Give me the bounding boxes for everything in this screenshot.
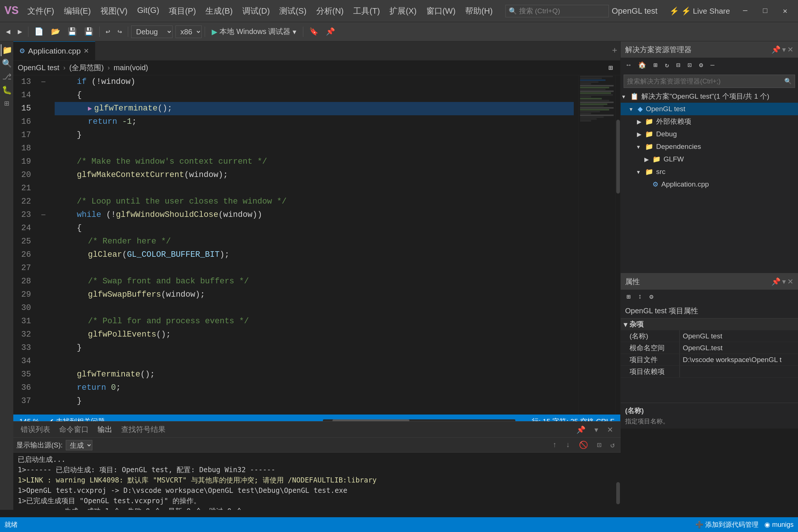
- undo-btn[interactable]: ↩: [103, 25, 113, 38]
- tree-solution[interactable]: ▾ 📋 解决方案"OpenGL test"(1 个项目/共 1 个): [621, 90, 798, 103]
- output-dropdown-btn[interactable]: ▾: [591, 424, 601, 436]
- tab-close-btn[interactable]: ✕: [83, 47, 89, 55]
- output-pin-btn[interactable]: 📌: [573, 424, 589, 436]
- prop-config-btn[interactable]: ⚙: [647, 291, 657, 302]
- output-btn3[interactable]: 🚫: [576, 439, 591, 451]
- tab-find-results[interactable]: 查找符号结果: [118, 423, 168, 436]
- sol-settings-btn[interactable]: ⚙: [696, 59, 706, 71]
- pin-btn[interactable]: 📌: [323, 25, 338, 38]
- redo-btn[interactable]: ↪: [115, 25, 125, 38]
- sol-sync-btn[interactable]: ↔: [624, 60, 634, 70]
- tree-src[interactable]: ▾ 📁 src: [621, 166, 798, 178]
- split-editor-btn[interactable]: ⊞: [606, 62, 616, 74]
- toolbar-sep1: [28, 27, 28, 37]
- menu-tools[interactable]: 工具(T): [349, 4, 384, 18]
- code-content[interactable]: if (!window) { ▶ glfwTerminate(); return…: [50, 75, 578, 415]
- live-share-button[interactable]: ⚡ ⚡ Live Share: [666, 5, 734, 17]
- menu-test[interactable]: 测试(S): [275, 4, 311, 18]
- output-close-btn[interactable]: ✕: [604, 424, 616, 436]
- project-icon: ◆: [638, 105, 643, 113]
- output-btn5[interactable]: ↺: [607, 439, 618, 451]
- tab-output[interactable]: 输出: [95, 423, 115, 436]
- forward-btn[interactable]: ▶: [15, 25, 25, 38]
- activity-debug[interactable]: 🐛: [1, 84, 13, 96]
- tab-application-cpp[interactable]: ⚙ Application.cpp ✕: [13, 41, 95, 60]
- menu-build[interactable]: 生成(B): [201, 4, 237, 18]
- dropdown-properties-icon[interactable]: ▾: [782, 277, 786, 286]
- sol-view-btn[interactable]: ⊡: [685, 59, 695, 71]
- scroll-thumb[interactable]: [616, 120, 620, 194]
- activity-explorer[interactable]: 📁: [1, 44, 13, 56]
- properties-section-title: OpenGL test 项目属性: [621, 304, 798, 318]
- save-btn[interactable]: 💾: [65, 25, 80, 38]
- prop-sort-btn[interactable]: ↕: [635, 291, 645, 302]
- activity-git[interactable]: ⎇: [1, 71, 13, 83]
- status-git[interactable]: ➕ 添加到源代码管理: [695, 520, 758, 529]
- output-scrollbar[interactable]: [615, 453, 621, 510]
- menu-analyze[interactable]: 分析(N): [312, 4, 348, 18]
- output-btn1[interactable]: ↑: [549, 439, 560, 451]
- menu-help[interactable]: 帮助(H): [461, 4, 497, 18]
- tree-debug-folder[interactable]: ▶ 📁 Debug: [621, 128, 798, 140]
- fold-btn-13[interactable]: ─: [41, 78, 47, 86]
- menu-edit[interactable]: 编辑(E): [59, 4, 95, 18]
- close-button[interactable]: ✕: [777, 4, 794, 18]
- sol-refresh-btn[interactable]: ↻: [662, 59, 672, 71]
- menu-window[interactable]: 窗口(W): [422, 4, 460, 18]
- sol-filter-btn[interactable]: ⊞: [651, 59, 661, 71]
- bookmark-btn[interactable]: 🔖: [306, 25, 321, 38]
- editor-scrollbar[interactable]: [615, 75, 620, 415]
- maximize-button[interactable]: □: [757, 4, 774, 18]
- open-btn[interactable]: 📂: [48, 25, 63, 38]
- output-scroll-thumb[interactable]: [616, 482, 620, 504]
- folder-icon-debug: 📁: [645, 130, 653, 138]
- output-line-6: ========== 生成: 成功 1 个，失败 0 个，最新 0 个，跳过 0…: [18, 506, 616, 510]
- tree-glfw[interactable]: ▶ 📁 GLFW: [621, 153, 798, 166]
- close-properties-icon[interactable]: ✕: [787, 277, 794, 286]
- prop-grid-btn[interactable]: ⊞: [624, 291, 634, 302]
- dropdown-icon[interactable]: ▾: [782, 45, 786, 54]
- tree-project[interactable]: ▾ ◆ OpenGL test: [621, 103, 798, 115]
- breadcrumb-scope[interactable]: (全局范围): [69, 63, 103, 73]
- menu-git[interactable]: Git(G): [133, 4, 164, 18]
- output-source-select[interactable]: 生成 调试: [66, 440, 92, 450]
- activity-search[interactable]: 🔍: [1, 58, 13, 69]
- new-tab-btn[interactable]: +: [609, 41, 620, 60]
- sol-more-btn[interactable]: —: [707, 60, 717, 70]
- menu-extensions[interactable]: 扩展(X): [385, 4, 421, 18]
- menu-project[interactable]: 项目(P): [164, 4, 200, 18]
- tab-command-window[interactable]: 命令窗口: [56, 423, 92, 436]
- breadcrumb-project[interactable]: OpenGL test: [18, 64, 59, 72]
- title-bar: VS 文件(F) 编辑(E) 视图(V) Git(G) 项目(P) 生成(B) …: [0, 0, 798, 22]
- activity-extensions[interactable]: ⊞: [1, 98, 13, 109]
- menu-file[interactable]: 文件(F): [23, 4, 58, 18]
- minimize-button[interactable]: ─: [737, 4, 754, 18]
- output-btn4[interactable]: ⊡: [594, 439, 604, 451]
- config-dropdown[interactable]: Debug Release: [131, 25, 173, 38]
- sol-home-btn[interactable]: 🏠: [635, 59, 649, 71]
- sol-collapse-btn[interactable]: ⊟: [673, 59, 683, 71]
- solution-search-input[interactable]: [627, 78, 782, 85]
- search-icon: 🔍: [509, 7, 517, 15]
- arch-dropdown[interactable]: x86 x64: [175, 25, 202, 38]
- code-line-36: return 0;: [55, 381, 574, 395]
- line-numbers: 13 14 15 16 17 18 19 20 21 22 23 24 25 2…: [13, 75, 40, 415]
- code-line-24: {: [55, 222, 574, 235]
- pin-properties-icon[interactable]: 📌: [771, 277, 781, 286]
- code-editor[interactable]: 13 14 15 16 17 18 19 20 21 22 23 24 25 2…: [13, 75, 620, 415]
- tree-application-cpp[interactable]: ▶ ⚙ Application.cpp: [621, 178, 798, 191]
- close-solution-icon[interactable]: ✕: [787, 45, 794, 54]
- tree-external-deps[interactable]: ▶ 📁 外部依赖项: [621, 115, 798, 128]
- tab-error-list[interactable]: 错误列表: [18, 423, 53, 436]
- output-btn2[interactable]: ↓: [563, 439, 573, 451]
- back-btn[interactable]: ◀: [3, 25, 13, 38]
- new-project-btn[interactable]: 📄: [31, 25, 47, 38]
- run-debugger-button[interactable]: ▶ 本地 Windows 调试器 ▾: [208, 25, 300, 38]
- tree-dependencies[interactable]: ▾ 📁 Dependencies: [621, 140, 798, 153]
- save-all-btn[interactable]: 💾: [81, 25, 96, 38]
- menu-view[interactable]: 视图(V): [96, 4, 132, 18]
- menu-debug[interactable]: 调试(D): [238, 4, 274, 18]
- breadcrumb-function[interactable]: main(void): [114, 64, 148, 72]
- pin-icon[interactable]: 📌: [771, 45, 781, 54]
- fold-btn-23[interactable]: ─: [41, 211, 47, 219]
